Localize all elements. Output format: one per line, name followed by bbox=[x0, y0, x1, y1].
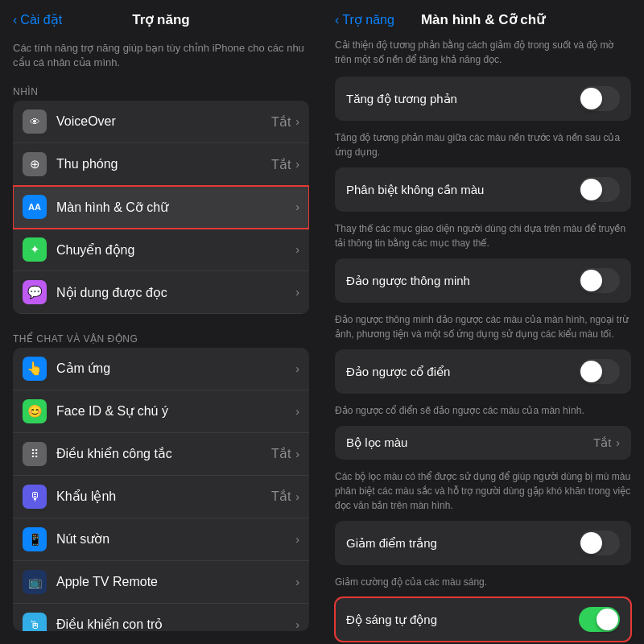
setting-item-phanбiet: Phân biệt không cần màu bbox=[335, 167, 631, 212]
faceid-label: Face ID & Sự chú ý bbox=[56, 403, 295, 419]
left-description: Các tính năng trợ năng giúp bạn tùy chỉn… bbox=[0, 35, 322, 80]
top-description: Cải thiện độ tương phản bằng cách giảm đ… bbox=[335, 35, 631, 76]
chevron-icon: › bbox=[295, 362, 299, 375]
chevron-icon: › bbox=[295, 115, 299, 128]
right-title: Màn hình & Cỡ chữ bbox=[421, 11, 545, 28]
contro-label: Điều khiển con trỏ bbox=[56, 617, 295, 631]
daongược-desc: Đảo ngược thông minh đảo ngược các màu c… bbox=[335, 309, 631, 349]
thophong-icon: ⊕ bbox=[23, 152, 47, 176]
chuyendong-icon: ✦ bbox=[23, 237, 47, 262]
setting-group-boloc: Bộ lọc màu Tắt › bbox=[335, 426, 631, 460]
tang-desc: Tăng độ tương phản màu giữa các màu nền … bbox=[335, 127, 631, 167]
boloc-chevron: › bbox=[616, 436, 620, 449]
voiceover-icon: 👁 bbox=[23, 109, 47, 134]
codien-desc: Đảo ngược cổ điển sẽ đảo ngược các màu c… bbox=[335, 400, 631, 426]
setting-group-tang: Tăng độ tương phản bbox=[335, 76, 631, 121]
giam-label: Giảm điểm trắng bbox=[346, 536, 579, 551]
menu-item-khauLenh[interactable]: 🎙 Khẩu lệnh Tắt › bbox=[13, 476, 309, 518]
menu-item-thophong[interactable]: ⊕ Thu phóng Tắt › bbox=[13, 143, 309, 186]
daongược-label: Đảo ngược thông minh bbox=[346, 274, 579, 288]
camung-label: Cảm ứng bbox=[56, 361, 295, 376]
back-label-right: Trợ năng bbox=[342, 12, 394, 27]
codien-label: Đảo ngược cổ điển bbox=[346, 365, 579, 379]
menu-item-dieukhiencongtac[interactable]: ⠿ Điều khiển công tắc Tắt › bbox=[13, 433, 309, 476]
chevron-icon: › bbox=[295, 405, 299, 418]
chevron-icon: › bbox=[295, 158, 299, 171]
noidung-icon: 💬 bbox=[23, 280, 47, 304]
setting-group-dosang: Độ sáng tự động bbox=[335, 597, 631, 642]
giam-toggle[interactable] bbox=[579, 530, 620, 555]
left-header: ‹ Cài đặt Trợ năng bbox=[0, 0, 322, 35]
section-nhin: NHÌN bbox=[0, 80, 322, 101]
codien-toggle[interactable] bbox=[579, 359, 620, 384]
manhinh-icon: AA bbox=[23, 195, 47, 219]
setting-item-codien: Đảo ngược cổ điển bbox=[335, 349, 631, 394]
setting-item-boloc[interactable]: Bộ lọc màu Tắt › bbox=[335, 426, 631, 460]
voiceover-value: Tắt bbox=[271, 114, 291, 130]
right-panel-content: Cải thiện độ tương phản bằng cách giảm đ… bbox=[322, 35, 644, 644]
chevron-icon: › bbox=[295, 448, 299, 460]
section-the-chat: THỂ CHAT VÀ VẬN ĐỘNG bbox=[0, 327, 322, 348]
menu-item-noidung[interactable]: 💬 Nội dung được đọc › bbox=[13, 271, 309, 313]
boloc-label: Bộ lọc màu bbox=[346, 436, 593, 450]
left-panel: ‹ Cài đặt Trợ năng Các tính năng trợ năn… bbox=[0, 0, 322, 644]
tang-toggle[interactable] bbox=[579, 86, 620, 111]
chevron-left-icon: ‹ bbox=[335, 13, 339, 27]
khaulenh-icon: 🎙 bbox=[23, 485, 47, 509]
right-header: ‹ Trợ năng Màn hình & Cỡ chữ bbox=[322, 0, 644, 35]
giam-desc: Giảm cường độ của các màu sáng. bbox=[335, 572, 631, 597]
faceid-icon: 😊 bbox=[23, 399, 47, 423]
chevron-left-icon: ‹ bbox=[13, 13, 17, 27]
menu-item-dieukhiencontro[interactable]: 🖱 Điều khiển con trỏ › bbox=[13, 604, 309, 631]
tang-label: Tăng độ tương phản bbox=[346, 92, 579, 106]
menu-item-voiceover[interactable]: 👁 VoiceOver Tắt › bbox=[13, 101, 309, 143]
menu-item-appletv[interactable]: 📺 Apple TV Remote › bbox=[13, 561, 309, 604]
chuyendong-label: Chuyển động bbox=[56, 242, 295, 258]
thophong-value: Tắt bbox=[271, 157, 291, 172]
setting-item-daongược: Đảo ngược thông minh bbox=[335, 258, 631, 303]
phanбiet-label: Phân biệt không cần màu bbox=[346, 183, 579, 197]
setting-item-dosang: Độ sáng tự động bbox=[335, 597, 631, 642]
menu-item-manhinh[interactable]: AA Màn hình & Cỡ chữ › bbox=[13, 186, 309, 229]
menu-item-chuyendong[interactable]: ✦ Chuyển động › bbox=[13, 229, 309, 271]
thophong-label: Thu phóng bbox=[56, 157, 271, 171]
camung-icon: 👆 bbox=[23, 357, 47, 381]
chevron-icon: › bbox=[295, 490, 299, 503]
phanбiet-toggle[interactable] bbox=[579, 177, 620, 202]
nhin-menu-list: 👁 VoiceOver Tắt › ⊕ Thu phóng Tắt › AA M… bbox=[13, 101, 309, 313]
the-chat-menu-list: 👆 Cảm ứng › 😊 Face ID & Sự chú ý › ⠿ Điề… bbox=[13, 348, 309, 631]
back-button-left[interactable]: ‹ Cài đặt bbox=[13, 12, 62, 27]
noidung-label: Nội dung được đọc bbox=[56, 285, 295, 300]
menu-item-camung[interactable]: 👆 Cảm ứng › bbox=[13, 348, 309, 390]
chevron-icon: › bbox=[295, 618, 299, 631]
khaulenh-label: Khẩu lệnh bbox=[56, 489, 271, 504]
setting-group-giam: Giảm điểm trắng bbox=[335, 521, 631, 565]
nutsuon-icon: 📱 bbox=[23, 527, 47, 551]
appletv-label: Apple TV Remote bbox=[56, 575, 295, 589]
right-panel: ‹ Trợ năng Màn hình & Cỡ chữ Cải thiện đ… bbox=[322, 0, 644, 644]
chevron-icon: › bbox=[295, 200, 299, 213]
nutsuon-label: Nút sườn bbox=[56, 531, 295, 547]
dosang-label: Độ sáng tự động bbox=[346, 613, 579, 627]
contro-icon: 🖱 bbox=[23, 613, 47, 631]
back-label-left: Cài đặt bbox=[20, 12, 62, 27]
chevron-icon: › bbox=[295, 243, 299, 256]
khaulenh-value: Tắt bbox=[271, 489, 291, 504]
setting-group-daongược: Đảo ngược thông minh bbox=[335, 258, 631, 303]
back-button-right[interactable]: ‹ Trợ năng bbox=[335, 12, 394, 27]
boloc-desc: Các bộ lọc màu có thể được sử dụng để gi… bbox=[335, 466, 631, 521]
phanбiet-desc: Thay thế các mục giao diện người dùng ch… bbox=[335, 218, 631, 258]
chevron-icon: › bbox=[295, 286, 299, 299]
congtac-label: Điều khiển công tắc bbox=[56, 446, 271, 461]
menu-item-nutsuon[interactable]: 📱 Nút sườn › bbox=[13, 518, 309, 561]
chevron-icon: › bbox=[295, 576, 299, 588]
boloc-value: Tắt bbox=[593, 436, 611, 450]
setting-group-phanbiет: Phân biệt không cần màu bbox=[335, 167, 631, 212]
appletv-icon: 📺 bbox=[23, 570, 47, 594]
daongược-toggle[interactable] bbox=[579, 268, 620, 293]
dosang-toggle[interactable] bbox=[579, 607, 620, 632]
menu-item-faceid[interactable]: 😊 Face ID & Sự chú ý › bbox=[13, 390, 309, 433]
left-title: Trợ năng bbox=[132, 11, 189, 28]
chevron-icon: › bbox=[295, 533, 299, 546]
voiceover-label: VoiceOver bbox=[56, 114, 271, 129]
